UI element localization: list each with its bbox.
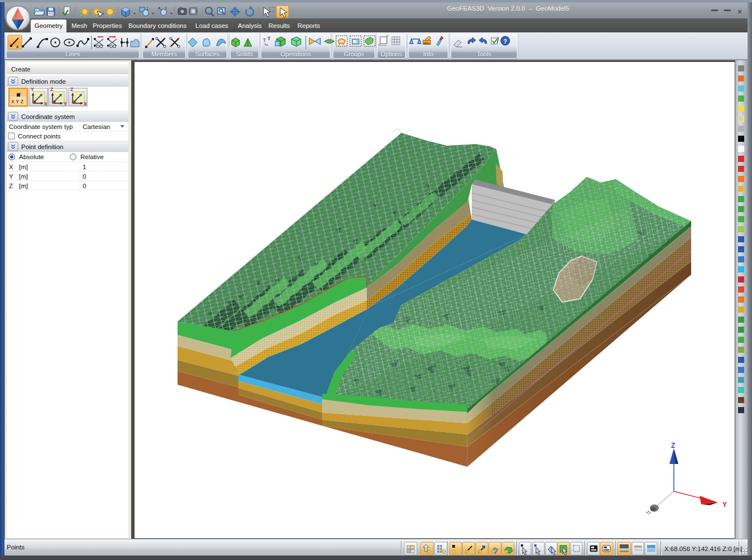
- svg-text:Z: Z: [9, 183, 13, 189]
- svg-text:Coordinate system typ: Coordinate system typ: [9, 123, 73, 130]
- svg-text:Absolute: Absolute: [19, 154, 44, 160]
- svg-text:[m]: [m]: [19, 164, 28, 170]
- svg-text:0: 0: [83, 183, 86, 189]
- svg-text:[m]: [m]: [19, 183, 28, 189]
- svg-text:[m]: [m]: [19, 173, 28, 180]
- svg-text:X: X: [44, 101, 47, 107]
- svg-text:X: X: [84, 101, 87, 107]
- svg-text:Create: Create: [11, 66, 31, 73]
- svg-text:1: 1: [83, 164, 86, 170]
- svg-text:x: x: [16, 44, 19, 49]
- svg-text:0: 0: [83, 173, 86, 180]
- svg-text:Definition mode: Definition mode: [21, 78, 66, 85]
- svg-text:Connect points: Connect points: [18, 133, 61, 140]
- svg-text:X:68.056 Y:142.416 Z:0 [m]: X:68.056 Y:142.416 Z:0 [m]: [664, 545, 743, 552]
- svg-text:Y: Y: [31, 87, 34, 92]
- svg-text:T: T: [263, 37, 266, 43]
- svg-text:Relative: Relative: [80, 154, 104, 160]
- svg-text:Y: Y: [9, 173, 13, 180]
- svg-text:X: X: [9, 164, 13, 170]
- svg-text:Z: Z: [70, 87, 73, 92]
- svg-text:Y: Y: [722, 501, 727, 509]
- svg-text:mm: mm: [424, 41, 428, 45]
- svg-text:?: ?: [504, 38, 507, 45]
- svg-text:Cartesian: Cartesian: [83, 123, 110, 130]
- svg-text:Coordinate system: Coordinate system: [21, 113, 75, 120]
- svg-text:1: 1: [146, 7, 149, 11]
- svg-text:Y: Y: [64, 101, 67, 107]
- svg-text:Z: Z: [50, 87, 53, 92]
- svg-text:1: 1: [165, 6, 167, 10]
- svg-text:T: T: [267, 36, 271, 41]
- svg-text:Z: Z: [671, 442, 675, 449]
- svg-text:Point definition: Point definition: [21, 143, 63, 150]
- svg-text:X Y Z: X Y Z: [11, 99, 24, 104]
